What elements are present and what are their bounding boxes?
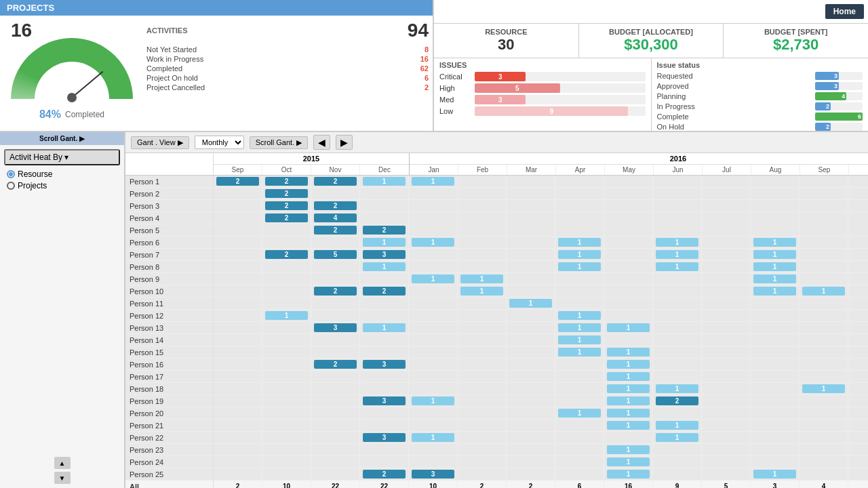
issue-status-title: Issue status [657,61,863,69]
grid-cell [214,432,262,443]
person-name: Person 3 [125,200,214,211]
grid-cell [653,359,702,370]
month-header: Aug [751,165,800,175]
grid-cell [262,371,311,382]
grid-cell: 2 [311,285,360,297]
grid-cell: 1 [653,261,702,272]
person-name: Person 10 [125,285,214,297]
grid-cell: 2 [653,395,702,407]
grid-cell [848,395,868,407]
grid-cell [702,285,751,297]
grid-cell [409,420,458,431]
person-name: Person 6 [125,237,214,248]
grid-cell [458,359,507,370]
grid-cell: 1 [555,322,604,333]
grid-cell [848,359,868,370]
grid-cell [848,224,868,236]
gantt-next-button[interactable]: ▶ [336,135,353,150]
grid-cell [751,359,800,370]
grid-cell: 1 [653,237,702,248]
home-button[interactable]: Home [825,4,864,19]
grid-cell [702,383,751,394]
grid-cell [458,395,507,407]
table-row: Person 81111 [125,261,868,273]
grid-cell [800,224,848,236]
grid-cell [214,285,262,297]
grid-cell: 1 [604,346,653,358]
grid-cell [507,444,555,455]
gantt-grid[interactable]: 2015 Sep Oct Nov Dec 2016 Jan Feb Mar [125,153,868,488]
total-row: All21022221022616953412 [125,481,868,488]
grid-cell [214,359,262,370]
grid-cell [507,346,555,358]
grid-cell [555,200,604,211]
grid-cell [214,310,262,321]
scroll-gant-button[interactable]: Scroll Gant. ▶ [250,136,309,149]
person-name: Person 13 [125,322,214,333]
grid-cell [262,346,311,358]
table-row: Person 2111 [125,420,868,432]
grid-cell [214,468,262,480]
grid-cell [653,371,702,382]
grid-cell [702,346,751,358]
table-row: Person 1022111 [125,285,868,298]
grid-cell [800,468,848,480]
issue-status-row: Planning 4 [657,92,863,100]
grid-cell [311,310,360,321]
grid-cell: 1 [555,407,604,419]
issue-row-med: Med 3 [439,95,646,104]
grid-cell: 2 [262,188,311,199]
grid-cell [702,200,751,211]
gantt-view-button[interactable]: Gant . View ▶ [131,136,189,149]
grid-cell [409,444,458,455]
gantt-prev-button[interactable]: ◀ [313,135,330,150]
grid-cell [751,383,800,394]
scroll-team-button[interactable]: Scroll Gant. ▶ [0,132,124,145]
month-header: Feb [458,165,507,175]
scroll-up-button[interactable]: ▲ [54,457,71,469]
grid-cell [604,310,653,321]
grid-cell [214,334,262,346]
grid-cell: 1 [262,310,311,321]
grid-cell: 1 [604,407,653,419]
grid-cell [751,346,800,358]
grid-cell [262,395,311,407]
grid-cell [507,322,555,333]
monthly-select[interactable]: Monthly [195,136,244,149]
grid-cell: 4 [311,212,360,224]
grid-cell [262,224,311,236]
activity-heat-by-button[interactable]: Activit Heat By ▾ [4,149,120,165]
grid-cell [702,407,751,419]
table-row: Person 7253111 [125,249,868,261]
grid-cell [751,432,800,443]
grid-cell: 2 [360,224,409,236]
gauge-completed-text: Completed [65,110,104,119]
grid-cell: 3 [409,468,458,480]
grid-cell [604,334,653,346]
grid-cell [311,468,360,480]
grid-cell: 1 [653,383,702,394]
grid-cell: 1 [653,432,702,443]
scroll-down-button[interactable]: ▼ [54,472,71,484]
issues-title: ISSUES [439,61,646,69]
grid-cell [214,298,262,309]
radio-resource[interactable]: Resourse [7,169,120,179]
table-row: Person 122211 [125,176,868,188]
grid-cell [653,200,702,211]
grid-cell [360,310,409,321]
grid-cell [848,273,868,285]
grid-cell [458,456,507,468]
grid-cell [507,468,555,480]
grid-cell [848,334,868,346]
grid-cell [507,249,555,260]
grid-cell [458,261,507,272]
issue-row-critical: Critical 3 [439,72,646,81]
grid-cell [848,249,868,260]
grid-cell: 1 [409,176,458,187]
grid-cell [653,224,702,236]
grid-cell [848,200,868,211]
gantt-body: Person 122211Person 22Person 322Person 4… [125,176,868,488]
grid-cell [653,298,702,309]
radio-projects[interactable]: Projects [7,181,120,190]
grid-cell [360,200,409,211]
